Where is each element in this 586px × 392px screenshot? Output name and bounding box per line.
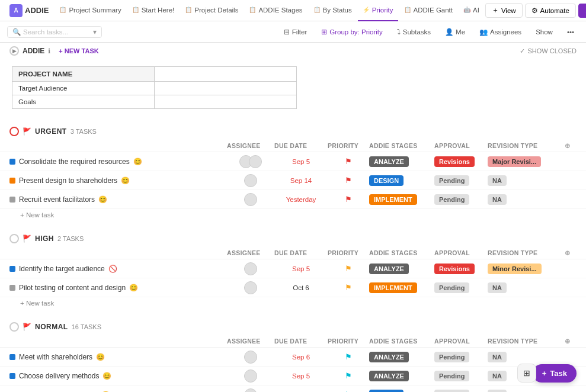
task-assignee[interactable] <box>227 262 274 275</box>
task-fab-button[interactable]: + Task <box>533 364 577 383</box>
tab-start-here[interactable]: 📋 Start Here! <box>127 0 180 21</box>
search-box[interactable]: 🔍 Search tasks... ▾ <box>7 26 102 38</box>
task-assignee[interactable] <box>227 193 274 206</box>
emoji-panel-button[interactable]: ⊞ <box>517 364 536 383</box>
show-closed[interactable]: ✓ SHOW CLOSED <box>520 47 577 55</box>
nav-right-actions: ＋ View ⚙ Automate ↗ Share <box>485 3 586 18</box>
tab-addie-gantt[interactable]: 📋 ADDIE Gantt <box>399 0 457 21</box>
info-icon[interactable]: ℹ <box>48 47 50 55</box>
add-task-high[interactable]: + New task <box>0 297 586 311</box>
task-priority: ⚑ <box>328 176 369 185</box>
automate-button[interactable]: ⚙ Automate <box>525 4 576 18</box>
task-revision: NA <box>488 284 559 292</box>
yellow-flag-icon: ⚑ <box>345 264 352 273</box>
col-revision-type: REVISION TYPE <box>488 249 559 256</box>
main-content: ▶ ADDIE ℹ + NEW TASK ✓ SHOW CLOSED PROJE… <box>0 43 586 392</box>
task-emoji-icon: 😊 <box>98 195 107 204</box>
task-due-date: Sep 14 <box>274 177 328 184</box>
task-revision: NA <box>488 353 559 361</box>
normal-col-headers: ASSIGNEE DUE DATE PRIORITY ADDIE STAGES … <box>0 335 586 348</box>
col-assignee: ASSIGNEE <box>227 338 274 345</box>
task-name[interactable]: Consolidate the required resources 😊 <box>9 158 227 166</box>
add-task-urgent[interactable]: + New task <box>0 209 586 223</box>
project-name-header: PROJECT NAME <box>12 67 155 82</box>
more-button[interactable]: ••• <box>562 27 579 37</box>
task-name[interactable]: Meet with shareholders 😊 <box>9 353 227 361</box>
task-revision: NA <box>488 195 559 204</box>
col-due-date: DUE DATE <box>274 338 328 345</box>
filter-button[interactable]: ⊟ Filter <box>279 26 312 38</box>
task-due-date: Sep 5 <box>274 372 328 380</box>
app-logo: A ADDIE <box>5 4 53 17</box>
normal-count: 16 TASKS <box>72 323 101 330</box>
urgent-col-headers: ASSIGNEE DUE DATE PRIORITY ADDIE STAGES … <box>0 140 586 152</box>
task-emoji-icon: 😊 <box>121 176 130 185</box>
task-name[interactable]: Identify the target audience 🚫 <box>9 265 227 273</box>
normal-flag: 🚩 <box>23 323 31 331</box>
task-approval: Pending <box>434 353 488 361</box>
high-title: HIGH <box>35 234 54 243</box>
tab-icon: 📋 <box>185 7 192 13</box>
task-assignee[interactable] <box>227 174 274 187</box>
task-approval: Pending <box>434 176 488 185</box>
task-assignee[interactable] <box>227 369 274 383</box>
task-emoji-icon: 😊 <box>103 372 111 380</box>
task-name[interactable]: Pilot testing of content and design 😊 <box>9 284 227 292</box>
task-approval: Pending <box>434 195 488 204</box>
subtasks-button[interactable]: ⤵ Subtasks <box>392 27 436 37</box>
search-icon: 🔍 <box>12 28 21 36</box>
col-addie-stages: ADDIE STAGES <box>369 142 434 149</box>
tab-project-summary[interactable]: 📋 Project Summary <box>55 0 126 21</box>
task-addie-stage: ANALYZE <box>369 372 434 380</box>
tab-icon: 📋 <box>249 7 256 13</box>
goals-value[interactable] <box>155 95 297 109</box>
task-dot-icon <box>9 354 15 360</box>
task-assignee[interactable] <box>227 388 274 393</box>
chevron-down-icon: ▾ <box>93 28 97 36</box>
yellow-flag-icon: ⚑ <box>345 283 352 292</box>
group-by-button[interactable]: ⊞ Group by: Priority <box>316 26 387 38</box>
task-addie-stage: ANALYZE <box>369 158 434 166</box>
task-assignee[interactable] <box>227 351 274 364</box>
share-button[interactable]: ↗ Share <box>578 4 586 18</box>
task-name[interactable]: Recruit event facilitators 😊 <box>9 195 227 204</box>
task-due-date: Sep 5 <box>274 158 328 165</box>
new-task-button[interactable]: + NEW TASK <box>59 47 98 54</box>
task-name[interactable]: Present design to shareholders 😊 <box>9 176 227 185</box>
col-revision-type: REVISION TYPE <box>488 142 559 149</box>
target-audience-value[interactable] <box>155 82 297 95</box>
tab-priority[interactable]: ⚡ Priority <box>358 0 398 21</box>
task-assignee[interactable] <box>227 281 274 294</box>
tab-icon: ⚡ <box>363 7 370 13</box>
col-approval: APPROVAL <box>434 338 488 345</box>
tab-ai[interactable]: 🤖 AI <box>459 0 484 21</box>
tab-icon: 📋 <box>404 7 411 13</box>
me-icon: 👤 <box>445 28 453 36</box>
task-assignee[interactable] <box>227 155 274 168</box>
task-addie-stage: IMPLEMENT <box>369 195 434 204</box>
col-add[interactable]: ⊕ <box>559 142 577 149</box>
emoji-grid-icon: ⊞ <box>523 368 530 378</box>
task-dot-icon <box>9 159 15 165</box>
task-revision: Major Revisi... <box>488 158 559 166</box>
addie-header-row: ▶ ADDIE ℹ + NEW TASK ✓ SHOW CLOSED <box>0 43 586 57</box>
col-add[interactable]: ⊕ <box>559 249 577 256</box>
col-add[interactable]: ⊕ <box>559 338 577 345</box>
top-navigation: A ADDIE 📋 Project Summary 📋 Start Here! … <box>0 0 586 21</box>
assignees-button[interactable]: 👥 Assignees <box>475 26 526 38</box>
high-col-headers: ASSIGNEE DUE DATE PRIORITY ADDIE STAGES … <box>0 247 586 259</box>
task-name[interactable]: Choose delivery methods 😊 <box>9 372 227 380</box>
assignees-icon: 👥 <box>479 28 488 36</box>
view-button[interactable]: ＋ View <box>485 3 523 18</box>
task-approval: Pending <box>434 372 488 380</box>
tab-by-status[interactable]: 📋 By Status <box>309 0 357 21</box>
avatar <box>249 155 262 168</box>
urgent-header: 🚩 URGENT 3 TASKS <box>0 121 586 140</box>
me-button[interactable]: 👤 Me <box>440 26 470 38</box>
tab-addie-stages[interactable]: 📋 ADDIE Stages <box>244 0 307 21</box>
task-revision: NA <box>488 176 559 185</box>
show-button[interactable]: Show <box>531 27 558 37</box>
task-row: Present design to shareholders 😊 Sep 14 … <box>0 171 586 190</box>
task-row: Recruit event facilitators 😊 Yesterday ⚑… <box>0 190 586 209</box>
tab-project-details[interactable]: 📋 Project Details <box>180 0 243 21</box>
